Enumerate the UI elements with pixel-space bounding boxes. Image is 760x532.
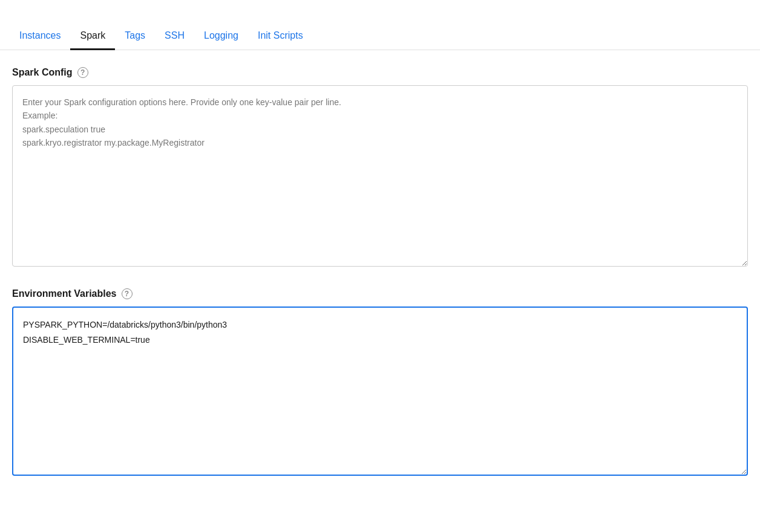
tab-logging[interactable]: Logging xyxy=(194,23,248,50)
spark-config-help-icon[interactable]: ? xyxy=(77,67,88,78)
spark-config-textarea[interactable] xyxy=(12,85,748,267)
spark-config-label: Spark Config ? xyxy=(12,67,748,78)
env-variables-label: Environment Variables ? xyxy=(12,288,748,299)
env-variables-textarea[interactable] xyxy=(12,307,748,476)
tab-tags[interactable]: Tags xyxy=(115,23,155,50)
spark-config-title: Spark Config xyxy=(12,67,73,78)
tabs-nav: Instances Spark Tags SSH Logging Init Sc… xyxy=(0,0,760,50)
tab-spark[interactable]: Spark xyxy=(70,23,115,50)
spark-config-section: Spark Config ? xyxy=(12,67,748,269)
env-variables-help-icon[interactable]: ? xyxy=(122,288,133,299)
tab-instances[interactable]: Instances xyxy=(10,23,70,50)
env-variables-section: Environment Variables ? xyxy=(12,288,748,478)
main-content: Spark Config ? Environment Variables ? xyxy=(0,50,760,514)
env-variables-title: Environment Variables xyxy=(12,288,117,299)
tab-init-scripts[interactable]: Init Scripts xyxy=(248,23,313,50)
tab-ssh[interactable]: SSH xyxy=(155,23,194,50)
